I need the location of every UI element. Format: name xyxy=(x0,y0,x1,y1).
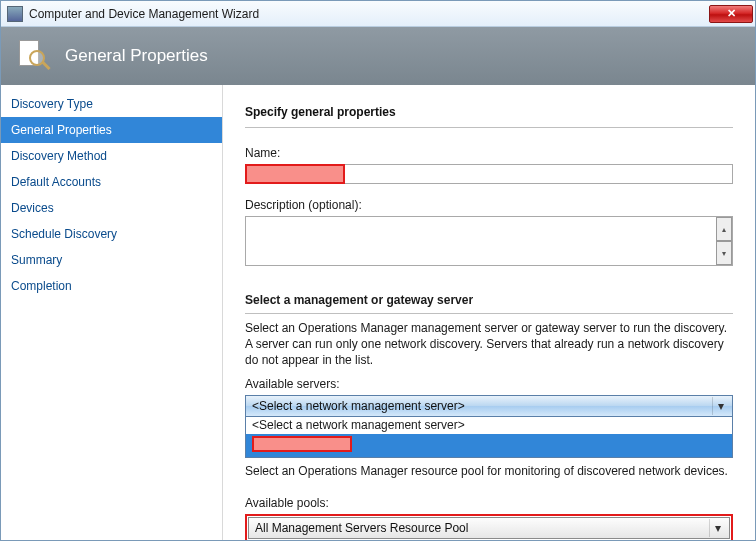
step-default-accounts[interactable]: Default Accounts xyxy=(1,169,222,195)
step-discovery-method[interactable]: Discovery Method xyxy=(1,143,222,169)
redacted-server-name xyxy=(252,436,352,452)
chevron-down-icon: ▾ xyxy=(709,519,725,537)
available-pools-label: Available pools: xyxy=(245,496,733,510)
description-textarea[interactable] xyxy=(245,216,733,266)
section-title: Specify general properties xyxy=(245,105,733,128)
wizard-header: General Properties xyxy=(1,27,755,85)
available-servers-selected: <Select a network management server> xyxy=(252,399,712,413)
available-pools-highlight: All Management Servers Resource Pool ▾ xyxy=(245,514,733,540)
description-spin-down[interactable]: ▾ xyxy=(716,241,732,265)
app-icon xyxy=(7,6,23,22)
description-spinner: ▴ ▾ xyxy=(716,217,732,265)
close-icon: ✕ xyxy=(727,7,736,20)
step-general-properties[interactable]: General Properties xyxy=(1,117,222,143)
wizard-header-title: General Properties xyxy=(65,46,208,66)
management-server-heading: Select a management or gateway server xyxy=(245,293,733,314)
server-option-redacted[interactable] xyxy=(246,434,732,457)
name-label: Name: xyxy=(245,146,733,160)
step-devices[interactable]: Devices xyxy=(1,195,222,221)
wizard-header-icon xyxy=(19,40,51,72)
step-summary[interactable]: Summary xyxy=(1,247,222,273)
window-title: Computer and Device Management Wizard xyxy=(29,7,709,21)
step-discovery-type[interactable]: Discovery Type xyxy=(1,91,222,117)
available-pools-selected: All Management Servers Resource Pool xyxy=(255,521,709,535)
wizard-steps-sidebar: Discovery Type General Properties Discov… xyxy=(1,85,223,540)
title-bar: Computer and Device Management Wizard ✕ xyxy=(1,1,755,27)
redacted-name-value xyxy=(245,164,345,184)
available-servers-label: Available servers: xyxy=(245,377,733,391)
available-pools-dropdown[interactable]: All Management Servers Resource Pool ▾ xyxy=(248,517,730,539)
server-option-placeholder[interactable]: <Select a network management server> xyxy=(246,416,732,434)
resource-pool-help: Select an Operations Manager resource po… xyxy=(245,464,733,478)
description-spin-up[interactable]: ▴ xyxy=(716,217,732,241)
close-button[interactable]: ✕ xyxy=(709,5,753,23)
available-servers-dropdown[interactable]: <Select a network management server> ▾ xyxy=(245,395,733,417)
step-schedule-discovery[interactable]: Schedule Discovery xyxy=(1,221,222,247)
wizard-main-panel: Specify general properties Name: Descrip… xyxy=(223,85,755,540)
step-completion[interactable]: Completion xyxy=(1,273,222,299)
description-label: Description (optional): xyxy=(245,198,733,212)
chevron-down-icon: ▾ xyxy=(712,397,728,415)
management-server-help: Select an Operations Manager management … xyxy=(245,320,733,369)
available-servers-dropdown-list: <Select a network management server> xyxy=(245,416,733,458)
